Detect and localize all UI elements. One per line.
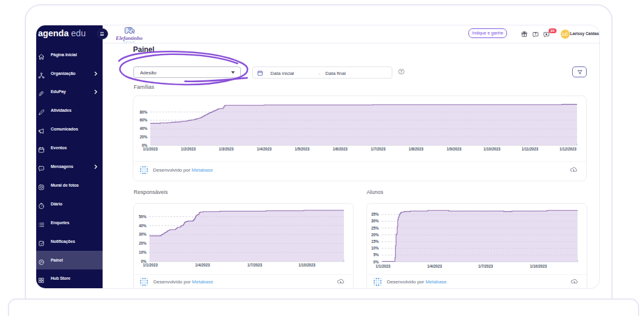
svg-text:1/3/2023: 1/3/2023 (219, 147, 234, 151)
svg-text:1/7/2023: 1/7/2023 (479, 263, 494, 268)
svg-text:1/1/2023: 1/1/2023 (143, 147, 158, 151)
svg-text:1/2/2023: 1/2/2023 (181, 147, 196, 151)
svg-text:40%: 40% (139, 126, 147, 131)
svg-text:50%: 50% (138, 214, 146, 219)
svg-text:80%: 80% (139, 110, 147, 114)
svg-text:20%: 20% (371, 233, 379, 237)
svg-text:1/7/2023: 1/7/2023 (247, 263, 262, 267)
svg-text:10%: 10% (138, 250, 146, 254)
svg-text:10%: 10% (371, 246, 379, 250)
svg-text:30%: 30% (138, 232, 146, 236)
svg-text:1/4/2023: 1/4/2023 (427, 263, 442, 268)
svg-text:15%: 15% (371, 239, 379, 243)
svg-text:40%: 40% (138, 224, 146, 228)
svg-text:1/1/2023: 1/1/2023 (376, 263, 391, 268)
svg-text:1/8/2023: 1/8/2023 (409, 147, 424, 151)
svg-text:1/4/2023: 1/4/2023 (257, 147, 272, 151)
svg-text:1/7/2023: 1/7/2023 (371, 147, 386, 151)
svg-text:?: ? (535, 32, 537, 36)
svg-text:1/9/2023: 1/9/2023 (447, 147, 462, 151)
svg-text:1/10/2023: 1/10/2023 (530, 263, 547, 268)
svg-text:20%: 20% (138, 241, 146, 245)
svg-text:1/11/2023: 1/11/2023 (521, 147, 538, 151)
svg-text:25%: 25% (371, 225, 379, 230)
svg-text:30%: 30% (371, 219, 379, 223)
svg-text:1/10/2023: 1/10/2023 (298, 263, 316, 267)
svg-text:5%: 5% (374, 253, 380, 257)
svg-text:1/4/2023: 1/4/2023 (195, 263, 210, 267)
svg-text:1/10/2023: 1/10/2023 (483, 147, 501, 151)
svg-text:1/5/2023: 1/5/2023 (295, 147, 310, 151)
svg-text:60%: 60% (139, 118, 147, 123)
svg-text:20%: 20% (139, 135, 147, 139)
svg-text:35%: 35% (371, 212, 379, 216)
svg-text:1/1/2023: 1/1/2023 (142, 263, 158, 267)
svg-text:1/6/2023: 1/6/2023 (333, 147, 348, 151)
svg-text:1/12/2023: 1/12/2023 (560, 147, 577, 151)
